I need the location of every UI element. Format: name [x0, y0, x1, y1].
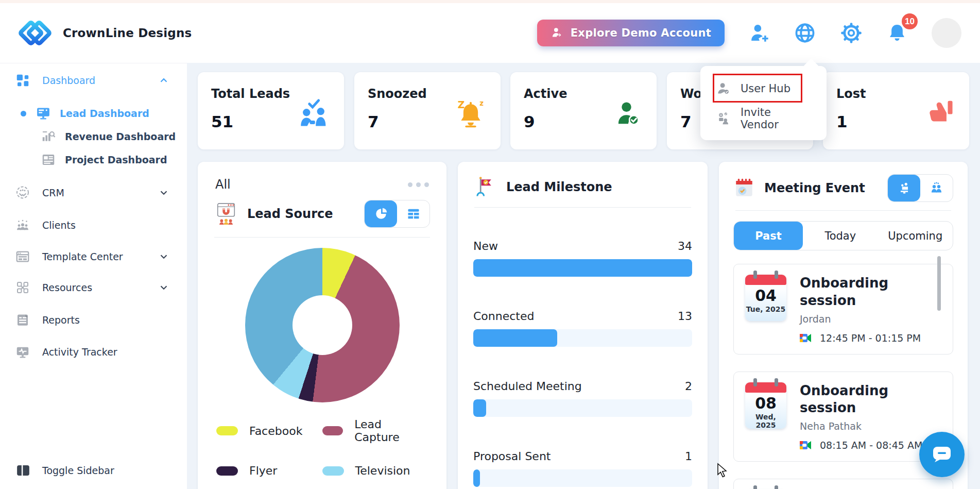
toggle-sidebar-button[interactable]: Toggle Sidebar [0, 458, 187, 483]
scrollbar-thumb[interactable] [937, 256, 941, 311]
legend-swatch [322, 466, 344, 476]
stat-card-snoozed: Snoozed 7 Z z [354, 72, 501, 149]
meeting-card[interactable]: Client meet [733, 479, 953, 489]
legend-item: Flyer [216, 464, 322, 477]
calendar-check-icon [733, 177, 755, 199]
sidebar: Dashboard Lead Dashboard [0, 63, 187, 489]
svg-text:Z: Z [458, 99, 465, 110]
table-view-button[interactable] [397, 200, 429, 227]
sidebar-item-label: Revenue Dashboard [65, 131, 176, 142]
chevron-down-icon [158, 251, 169, 262]
notification-count-badge: 10 [900, 12, 919, 31]
add-user-dropdown: User Hub Invite Vendor [700, 66, 827, 140]
meeting-title: Onboarding session [800, 275, 910, 310]
meeting-view-toggle [887, 174, 953, 202]
sidebar-item-reports[interactable]: Reports [0, 308, 187, 332]
legend-swatch [216, 466, 238, 476]
sidebar-item-project-dashboard[interactable]: Project Dashboard [0, 147, 187, 172]
sidebar-item-resources[interactable]: Resources [0, 275, 187, 300]
sidebar-item-label: Project Dashboard [65, 154, 167, 165]
divider [735, 210, 951, 211]
active-person-check-icon [612, 97, 643, 129]
more-options-icon[interactable] [408, 182, 429, 187]
chevron-down-icon [158, 187, 169, 198]
milestone-bar-fill [473, 399, 486, 417]
milestone-bar-track [473, 399, 692, 417]
svg-text:z: z [479, 99, 484, 107]
milestone-bar-track [473, 469, 692, 487]
pie-view-button[interactable] [365, 200, 397, 227]
milestone-bar-track [473, 259, 692, 277]
date-calendar-icon: 04 Tue, 2025 [745, 275, 786, 321]
tab-today[interactable]: Today [803, 222, 878, 250]
sidebar-item-label: Template Center [42, 251, 123, 262]
grid-icon [14, 73, 31, 88]
chat-widget-button[interactable] [919, 432, 965, 477]
divider [214, 237, 430, 238]
thumbs-down-icon [924, 97, 956, 129]
magnet-leads-icon [214, 202, 238, 226]
lead-source-filter[interactable]: All [215, 177, 231, 192]
stat-card-lost: Lost 1 [823, 72, 969, 149]
legend-swatch [216, 426, 238, 435]
chevron-down-icon [158, 282, 169, 293]
google-meet-icon [800, 440, 813, 451]
meeting-card[interactable]: 04 Tue, 2025 Onboarding session Jordan [733, 264, 953, 355]
menu-item-user-hub[interactable]: User Hub [700, 76, 827, 101]
sidebar-item-dashboard[interactable]: Dashboard [0, 68, 187, 93]
pulse-monitor-icon [14, 344, 31, 360]
explore-demo-account-button[interactable]: Explore Demo Account [537, 20, 725, 46]
meeting-event-title: Meeting Event [764, 181, 865, 195]
sidebar-item-crm[interactable]: CRM [0, 180, 187, 205]
crownline-logo-icon [15, 13, 55, 53]
meeting-tabs: Past Today Upcoming [733, 221, 953, 250]
brand-name: CrownLine Designs [63, 26, 192, 40]
legend-item: Television [322, 464, 428, 477]
divider [474, 207, 691, 208]
project-report-icon [40, 152, 57, 167]
lead-milestone-panel: Lead Milestone New 34 Connected 13 Sched… [458, 162, 708, 489]
date-calendar-icon: 08 Wed, 2025 [745, 382, 786, 429]
people-view-button[interactable] [920, 175, 953, 201]
sidebar-item-label: Clients [42, 220, 76, 231]
meeting-person: Neha Pathak [800, 420, 922, 432]
sidebar-item-label: Activity Tracker [42, 346, 117, 358]
sidebar-item-revenue-dashboard[interactable]: Revenue Dashboard [0, 124, 187, 149]
snooze-bell-icon: Z z [454, 97, 487, 131]
demo-user-icon [551, 26, 564, 40]
lead-source-title: Lead Source [247, 207, 333, 221]
milestone-row: Proposal Sent 1 [473, 450, 692, 487]
globe-icon[interactable] [794, 22, 816, 44]
revenue-chart-icon [40, 129, 57, 144]
browser-icon [14, 249, 31, 264]
sidebar-collapse-icon [15, 463, 31, 478]
monitor-icon [35, 106, 51, 121]
sidebar-item-label: Reports [42, 314, 80, 326]
clients-icon [14, 217, 31, 233]
sidebar-item-label: Dashboard [42, 75, 95, 86]
sidebar-item-activity-tracker[interactable]: Activity Tracker [0, 340, 187, 364]
document-icon [14, 312, 31, 328]
lead-source-donut-chart[interactable] [245, 248, 400, 402]
settings-gear-icon[interactable] [840, 22, 863, 44]
meeting-time: 08:15 AM - 08:45 AM [820, 440, 922, 451]
add-user-icon[interactable] [748, 22, 770, 44]
leads-people-check-icon [297, 97, 331, 131]
sidebar-item-clients[interactable]: Clients [0, 213, 187, 238]
sidebar-item-lead-dashboard[interactable]: Lead Dashboard [0, 101, 187, 126]
stat-card-active: Active 9 [510, 72, 657, 149]
notification-bell-icon[interactable]: 10 [886, 22, 908, 44]
milestone-row: New 34 [473, 240, 692, 277]
vendor-icon [716, 111, 731, 126]
user-avatar[interactable] [932, 18, 961, 48]
meeting-person: Jordan [800, 313, 921, 325]
sidebar-item-template-center[interactable]: Template Center [0, 244, 187, 269]
brand: CrownLine Designs [15, 13, 192, 53]
chevron-up-icon [158, 75, 169, 86]
tab-past[interactable]: Past [734, 222, 803, 250]
presentation-view-button[interactable] [888, 175, 920, 201]
lead-source-legend: Facebook Lead Capture Flyer Television [198, 418, 446, 477]
menu-item-invite-vendor[interactable]: Invite Vendor [700, 106, 827, 131]
tab-upcoming[interactable]: Upcoming [878, 222, 953, 250]
handshake-icon [14, 185, 31, 200]
